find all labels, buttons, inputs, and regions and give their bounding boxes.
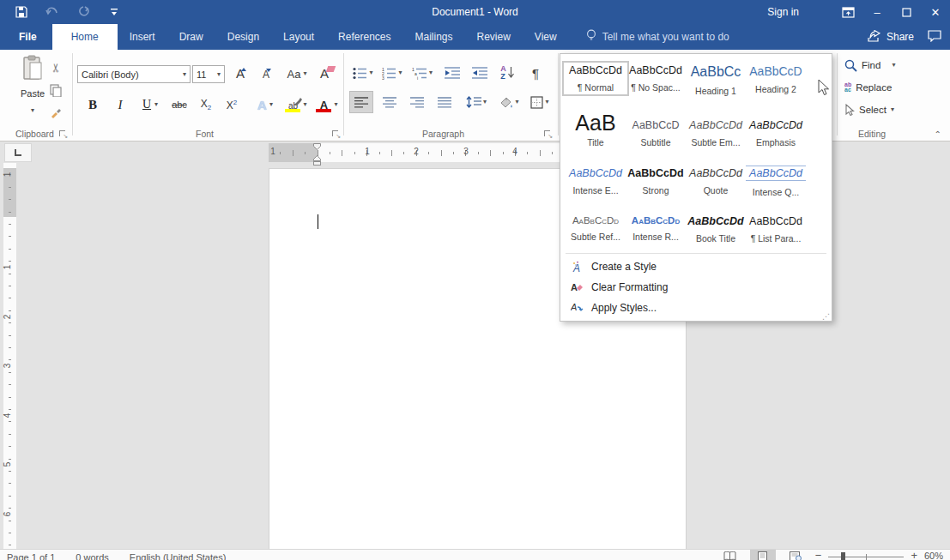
text-highlight-dropdown-icon[interactable]: ▾ [303, 101, 306, 108]
underline-button[interactable]: U ▾ [136, 93, 165, 117]
style-no-spacing[interactable]: AaBbCcDd ¶ No Spac... [626, 64, 686, 93]
show-hide-marks-button[interactable]: ¶ [525, 62, 546, 84]
decrease-indent-button[interactable] [441, 62, 463, 84]
style-strong[interactable]: AaBbCcDd Strong [626, 167, 686, 196]
line-spacing-dropdown-icon[interactable]: ▾ [483, 99, 487, 105]
clipboard-dialog-launcher-icon[interactable] [58, 129, 67, 138]
change-case-button[interactable]: Aa ▾ [283, 62, 311, 86]
web-layout-button[interactable] [783, 550, 808, 560]
subscript-button[interactable]: X2 [196, 93, 216, 117]
minimize-button[interactable]: – [862, 0, 892, 24]
select-dropdown-icon[interactable]: ▾ [891, 106, 894, 113]
style-normal[interactable]: AaBbCcDd ¶ Normal [566, 64, 626, 93]
find-button[interactable]: Find ▾ [844, 57, 895, 74]
style-heading-2[interactable]: AaBbCcD Heading 2 [746, 64, 806, 94]
justify-button[interactable] [433, 91, 457, 113]
sort-button[interactable]: A Z [496, 62, 518, 84]
hanging-indent-marker[interactable] [313, 155, 321, 166]
style-emphasis[interactable]: AaBbCcDd Emphasis [746, 119, 806, 148]
borders-button[interactable]: ▾ [525, 91, 554, 113]
zoom-slider-thumb[interactable] [841, 552, 845, 560]
shrink-font-button[interactable]: A [256, 62, 276, 86]
cut-button[interactable]: ✂ [45, 57, 67, 79]
font-size-dropdown-icon[interactable]: ▾ [217, 71, 221, 78]
create-a-style-menu-item[interactable]: A Create a Style [566, 256, 826, 276]
align-left-button[interactable] [349, 91, 373, 113]
find-dropdown-icon[interactable]: ▾ [892, 62, 895, 69]
style-book-title[interactable]: AaBbCcDd Book Title [686, 215, 746, 244]
copy-button[interactable] [45, 79, 67, 101]
style-subtitle[interactable]: AaBbCcD Subtitle [626, 119, 686, 148]
zoom-slider[interactable] [828, 550, 904, 560]
tab-review[interactable]: Review [465, 24, 523, 50]
tab-home[interactable]: Home [52, 24, 118, 50]
style-quote[interactable]: AaBbCcDd Quote [686, 167, 746, 196]
language-indicator[interactable]: English (United States) [130, 552, 227, 560]
text-effects-button[interactable]: A ▾ [251, 93, 280, 117]
tab-draw[interactable]: Draw [167, 24, 215, 50]
read-mode-button[interactable] [717, 550, 743, 560]
style-subtle-emphasis[interactable]: AaBbCcDd Subtle Em... [686, 119, 746, 148]
maximize-button[interactable] [892, 0, 921, 24]
style-intense-quote[interactable]: AaBbCcDd Intense Q... [746, 166, 806, 197]
clear-formatting-button[interactable]: A [314, 62, 335, 86]
borders-dropdown-icon[interactable]: ▾ [545, 99, 548, 105]
clear-formatting-menu-item[interactable]: A Clear Formatting [566, 277, 826, 297]
align-center-button[interactable] [378, 91, 402, 113]
zoom-level[interactable]: 60% [924, 551, 943, 560]
shading-button[interactable]: ▾ [494, 91, 523, 113]
tab-references[interactable]: References [326, 24, 402, 50]
apply-styles-menu-item[interactable]: A Apply Styles... [566, 298, 826, 317]
share-button[interactable]: Share [868, 30, 914, 45]
collapse-ribbon-icon[interactable]: ⌃ [935, 129, 941, 139]
tab-file[interactable]: File [3, 24, 52, 50]
grow-font-button[interactable]: A [230, 62, 251, 86]
style-title[interactable]: AaB Title [566, 111, 626, 148]
strikethrough-button[interactable]: abc [168, 93, 191, 117]
style-list-paragraph[interactable]: AaBbCcDd ¶ List Para... [746, 215, 806, 244]
tab-layout[interactable]: Layout [271, 24, 326, 50]
italic-button[interactable]: I [112, 93, 129, 117]
print-layout-button[interactable] [750, 550, 776, 560]
line-spacing-button[interactable]: ▾ [462, 91, 491, 113]
numbering-dropdown-icon[interactable]: ▾ [398, 69, 402, 76]
style-intense-reference[interactable]: AaBbCcDd Intense R... [626, 215, 686, 242]
sign-in-link[interactable]: Sign in [767, 6, 799, 18]
close-button[interactable]: ✕ [921, 0, 950, 24]
style-intense-emphasis[interactable]: AaBbCcDd Intense E... [566, 167, 626, 196]
page-indicator[interactable]: Page 1 of 1 [7, 552, 55, 560]
align-right-button[interactable] [405, 91, 429, 113]
tab-design[interactable]: Design [215, 24, 271, 50]
underline-dropdown-icon[interactable]: ▾ [154, 101, 158, 108]
text-highlight-button[interactable]: ab ▾ [281, 93, 311, 117]
font-color-button[interactable]: A ▾ [312, 93, 342, 117]
zoom-in-button[interactable]: + [911, 551, 917, 560]
font-dialog-launcher-icon[interactable] [331, 129, 340, 138]
zoom-out-button[interactable]: − [815, 551, 822, 560]
font-size-combobox[interactable]: 11 ▾ [192, 65, 225, 83]
multilevel-list-button[interactable]: 1ai ▾ [408, 62, 436, 84]
ribbon-display-options-icon[interactable] [833, 0, 862, 24]
paragraph-dialog-launcher-icon[interactable] [543, 129, 552, 138]
shading-dropdown-icon[interactable]: ▾ [515, 99, 518, 105]
multilevel-list-dropdown-icon[interactable]: ▾ [429, 69, 433, 76]
paste-dropdown-icon[interactable]: ▾ [31, 106, 34, 114]
bold-button[interactable]: B [84, 93, 101, 117]
increase-indent-button[interactable] [469, 62, 491, 84]
comments-icon[interactable] [928, 30, 941, 45]
tell-me-box[interactable]: Tell me what you want to do [569, 24, 729, 50]
tab-view[interactable]: View [523, 24, 569, 50]
bullets-button[interactable]: ▾ [350, 62, 376, 84]
tab-mailings[interactable]: Mailings [402, 24, 464, 50]
first-line-indent-marker[interactable] [313, 143, 321, 150]
text-effects-dropdown-icon[interactable]: ▾ [269, 101, 273, 108]
numbering-button[interactable]: 123 ▾ [379, 62, 405, 84]
font-color-dropdown-icon[interactable]: ▾ [334, 101, 337, 108]
style-heading-1[interactable]: AaBbCc Heading 1 [686, 64, 746, 96]
font-family-combobox[interactable]: Calibri (Body) ▾ [77, 65, 191, 83]
dropdown-resize-grip[interactable]: ⋰ [822, 312, 830, 321]
tab-insert[interactable]: Insert [118, 24, 167, 50]
tab-stop-selector[interactable] [4, 143, 32, 162]
format-painter-button[interactable] [45, 101, 67, 123]
replace-button[interactable]: ab ac Replace [844, 79, 892, 96]
